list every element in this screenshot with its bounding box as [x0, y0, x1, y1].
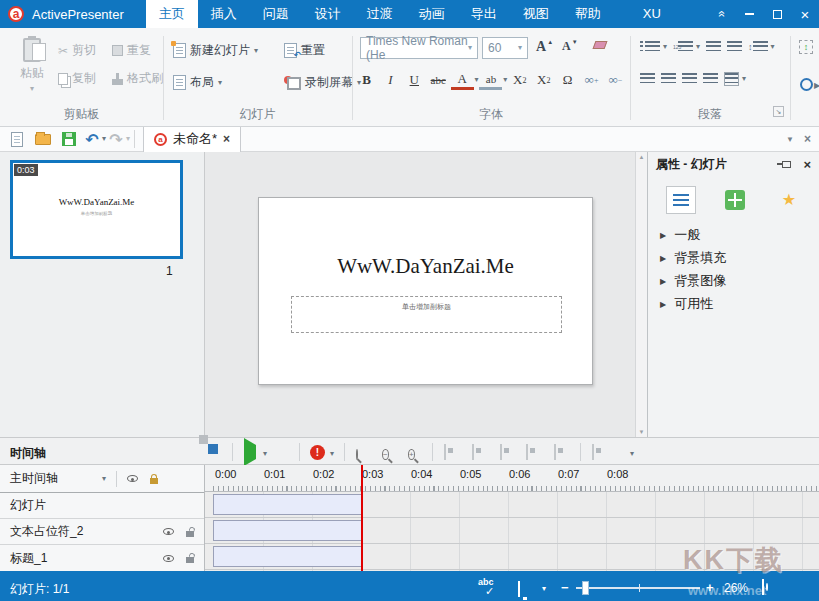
shape-tool-icon[interactable] — [800, 78, 813, 91]
clear-formatting-button[interactable] — [594, 41, 606, 49]
align-right-button[interactable] — [682, 73, 697, 85]
insert-hyperlink-button[interactable]: ∞+ — [580, 68, 603, 92]
timeline-more-caret-icon[interactable]: ▾ — [630, 450, 634, 458]
lock-open-icon[interactable] — [186, 557, 194, 563]
preview-mode-button[interactable] — [518, 582, 520, 596]
zoom-out-button[interactable]: − — [382, 446, 389, 460]
tab-export[interactable]: 导出 — [458, 0, 510, 28]
track-row-text-placeholder[interactable]: 文本占位符_2 — [0, 519, 204, 545]
properties-tab-general[interactable] — [666, 186, 696, 214]
track-row-slide[interactable]: 幻灯片 — [0, 493, 204, 519]
pin-icon[interactable] — [782, 161, 791, 168]
tab-questions[interactable]: 问题 — [250, 0, 302, 28]
font-size-combo[interactable]: 60 ▾ — [482, 37, 528, 59]
slide-thumbnail[interactable]: 0:03 WwW.DaYanZai.Me 单击增加副标题 — [10, 160, 183, 259]
properties-tab-size-position[interactable] — [720, 186, 750, 214]
remove-hyperlink-button[interactable]: ∞− — [604, 68, 627, 92]
tab-animations[interactable]: 动画 — [406, 0, 458, 28]
slide-editor[interactable]: WwW.DaYanZai.Me 单击增加副标题 — [258, 197, 593, 385]
section-general[interactable]: ▶一般 — [660, 226, 700, 244]
timeline-bar[interactable] — [213, 494, 363, 515]
undo-button[interactable]: ↶ — [82, 127, 102, 151]
zoom-in-control[interactable]: + — [706, 580, 714, 595]
redo-caret-icon[interactable]: ▾ — [126, 135, 130, 143]
decrease-indent-button[interactable] — [706, 41, 721, 53]
minimize-button[interactable] — [735, 0, 763, 28]
font-family-combo[interactable]: Times New Roman (He ▾ — [360, 37, 478, 59]
italic-button[interactable]: I — [379, 68, 402, 92]
font-color-caret-icon[interactable]: ▾ — [475, 76, 479, 84]
shrink-font-button[interactable]: A ▼ — [562, 39, 578, 54]
document-tab-close-icon[interactable]: × — [223, 132, 230, 146]
tab-view[interactable]: 视图 — [510, 0, 562, 28]
split-button[interactable] — [554, 445, 556, 459]
timeline-ruler[interactable]: 0:00 0:01 0:02 0:03 0:04 0:05 0:06 0:07 … — [205, 465, 819, 492]
paragraph-dialog-launcher[interactable]: ↘ — [773, 106, 784, 117]
bold-button[interactable]: B — [355, 68, 378, 92]
crop-time-button[interactable] — [526, 445, 528, 459]
line-spacing-button[interactable]: ↕▾ — [748, 41, 775, 53]
subtitle-placeholder[interactable]: 单击增加副标题 — [291, 296, 562, 333]
highlight-caret-icon[interactable]: ▾ — [503, 76, 507, 84]
zoom-fit-button[interactable] — [356, 446, 358, 460]
play-caret-icon[interactable]: ▾ — [263, 450, 267, 458]
slide-title-textbox[interactable]: WwW.DaYanZai.Me — [259, 254, 592, 279]
numbering-button[interactable]: 123▾ — [673, 41, 700, 53]
open-project-button[interactable] — [30, 127, 56, 151]
selection-tool-icon[interactable]: ↕ — [799, 40, 813, 54]
strikethrough-button[interactable]: abc — [427, 68, 450, 92]
tab-design[interactable]: 设计 — [302, 0, 354, 28]
zoom-slider[interactable] — [576, 587, 700, 589]
copy-button[interactable]: 复制 — [58, 70, 96, 87]
track-row-title[interactable]: 标题_1 — [0, 545, 204, 571]
timeline-bar[interactable] — [213, 520, 363, 541]
collapse-ribbon-button[interactable]: » — [707, 0, 735, 28]
visibility-icon[interactable] — [163, 528, 174, 535]
paragraph-spacing-button[interactable]: ▾ — [724, 72, 746, 86]
main-timeline-caret-icon[interactable]: ▾ — [102, 475, 106, 483]
record-caret-icon[interactable]: ▾ — [330, 450, 334, 458]
properties-tab-interactivity[interactable]: ★ — [774, 186, 804, 214]
lock-open-icon[interactable] — [186, 531, 194, 537]
freeze-frame-button[interactable] — [592, 445, 594, 459]
new-slide-button[interactable]: 新建幻灯片 ▾ — [173, 42, 258, 59]
fit-to-window-button[interactable] — [762, 580, 764, 594]
visibility-icon[interactable] — [163, 555, 174, 562]
canvas-vertical-scrollbar[interactable]: ▲ ▼ — [635, 152, 647, 437]
lock-closed-icon[interactable] — [150, 478, 158, 484]
insert-time-button[interactable] — [444, 445, 446, 459]
reset-button[interactable]: ↶ 重置 — [284, 42, 325, 59]
justify-button[interactable] — [703, 73, 718, 85]
zoom-slider-thumb[interactable] — [582, 581, 589, 595]
paste-button[interactable]: 粘贴 ▾ — [10, 38, 54, 93]
tab-xu[interactable]: XU — [630, 0, 674, 28]
save-button[interactable] — [56, 127, 82, 151]
properties-close-icon[interactable]: × — [803, 157, 811, 172]
section-accessibility[interactable]: ▶可用性 — [660, 295, 713, 313]
document-tab[interactable]: a 未命名* × — [143, 127, 241, 152]
highlight-button[interactable]: ab — [479, 70, 502, 90]
zoom-in-button[interactable]: + — [408, 446, 415, 460]
shape-tool-caret-icon[interactable]: ▶ — [814, 82, 819, 90]
grow-font-button[interactable]: A ▲ — [536, 39, 553, 55]
record-narration-button[interactable]: ! — [310, 445, 325, 460]
underline-button[interactable]: U — [403, 68, 426, 92]
cut-button[interactable]: ✂ 剪切 — [58, 42, 96, 59]
new-project-button[interactable] — [4, 127, 30, 151]
main-timeline-row[interactable]: 主时间轴 ▾ — [0, 465, 204, 493]
scroll-up-icon[interactable]: ▲ — [639, 154, 645, 160]
redo-button[interactable]: ↷ — [106, 127, 126, 151]
close-button[interactable]: × — [791, 0, 819, 28]
pane-close-icon[interactable]: × — [804, 132, 811, 146]
format-painter-button[interactable]: 格式刷 — [112, 70, 163, 87]
scroll-down-icon[interactable]: ▼ — [639, 429, 645, 435]
tab-insert[interactable]: 插入 — [198, 0, 250, 28]
align-center-button[interactable] — [661, 73, 676, 85]
tab-help[interactable]: 帮助 — [562, 0, 614, 28]
insert-time-range-button[interactable] — [472, 445, 474, 459]
symbol-button[interactable]: Ω — [556, 68, 579, 92]
tab-transitions[interactable]: 过渡 — [354, 0, 406, 28]
section-background-image[interactable]: ▶背景图像 — [660, 272, 726, 290]
section-background-fill[interactable]: ▶背景填充 — [660, 249, 726, 267]
increase-indent-button[interactable] — [727, 41, 742, 53]
